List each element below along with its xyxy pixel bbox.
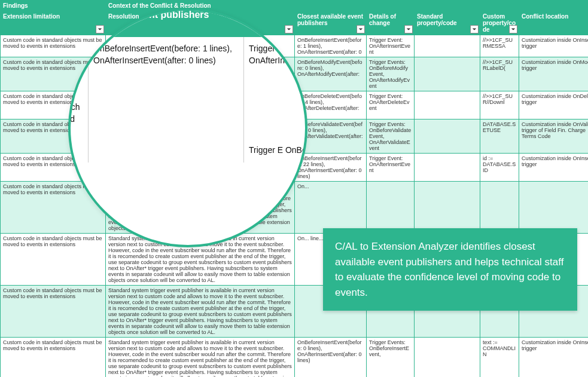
cell-cust: text := COMMANDLIN [480, 338, 519, 378]
header-closest[interactable]: Closest available event publishers [295, 11, 367, 35]
cell-std [415, 91, 480, 119]
header-findings[interactable]: Extension limitation [1, 11, 106, 35]
header-std[interactable]: Standard property/code [415, 11, 480, 35]
header-cust[interactable]: Custom property/code [480, 11, 519, 35]
cell-closest: OnBeforeInsertEvent(before: 0 lines), On… [295, 338, 367, 378]
cell-cust: //>>1CF_SURLabelD( [480, 57, 519, 91]
cell-cust: id := DATABASE.SID [480, 154, 519, 182]
cell-resolution: Standard system trigger event publisher … [106, 338, 295, 378]
magnifier-lens: Closest available event publishers Detai… [68, 8, 307, 247]
filter-icon[interactable] [509, 25, 517, 33]
cell-loc: Customization inside OnInsert trigger [519, 35, 589, 57]
cell-std [415, 57, 480, 91]
cell-findings: Custom code in standard objects must be … [1, 338, 106, 378]
cell-cust: DATABASE.SETUSE [480, 119, 519, 154]
lens-mid-text: OnBeforeInsertEvent(before: 1 lines), On… [89, 37, 244, 163]
cell-details: Trigger Events: OnBeforeInsertEvent, [367, 338, 415, 378]
header-loc[interactable]: Conflict location [519, 11, 589, 35]
cell-closest: OnBeforeInsertEvent(before: 22 lines), O… [295, 154, 367, 182]
cell-closest: OnBeforeModifyEvent(before: 0 lines), On… [295, 57, 367, 91]
cell-details: Trigger Event: OnAfterDeleteEvent [367, 91, 415, 119]
cell-std [415, 119, 480, 154]
cell-closest: OnBeforeInsertEvent(before: 1 lines), On… [295, 35, 367, 57]
cell-loc: Customization inside OnModify trigger [519, 57, 589, 91]
cell-cust: //>>1CF_SURMESSA [480, 35, 519, 57]
filter-icon[interactable] [285, 25, 293, 33]
table-row[interactable]: Custom code in standard objects must be … [1, 338, 589, 378]
filter-icon[interactable] [96, 25, 104, 33]
header-details[interactable]: Details of change [367, 11, 415, 35]
cell-loc: Customization inside OnInsert trigger [519, 338, 589, 378]
cell-details: Trigger Event: OnAfterInsertEvent [367, 35, 415, 57]
cell-std [415, 182, 480, 234]
cell-findings: Custom code in standard objects must be … [1, 234, 106, 286]
cell-closest: On... [295, 182, 367, 234]
cell-details: Trigger Events: OnBeforeValidateEvent, O… [367, 119, 415, 154]
header-group-findings: Findings [1, 1, 106, 11]
cell-findings: Custom code in standard objects must be … [1, 286, 106, 338]
cell-std [415, 35, 480, 57]
cell-std [415, 338, 480, 378]
cell-loc: Customization inside OnDelete trigger [519, 91, 589, 119]
cell-loc [519, 182, 589, 234]
cell-cust [480, 182, 519, 234]
cell-cust: //>>1CF_SUR//Downl [480, 91, 519, 119]
cell-details [367, 182, 415, 234]
cell-loc: Customization inside OnInsert trigger [519, 154, 589, 182]
cell-loc: Customization inside OnValidate trigger … [519, 119, 589, 154]
cell-resolution: Standard system trigger event publisher … [106, 286, 295, 338]
table-row[interactable]: Custom code in standard objects must be … [1, 35, 589, 57]
filter-icon[interactable] [404, 25, 413, 33]
explanation-callout: C/AL to Extension Analyzer identifies cl… [323, 228, 577, 311]
filter-icon[interactable] [470, 25, 479, 33]
filter-icon[interactable] [357, 25, 365, 33]
cell-std [415, 154, 480, 182]
cell-details: Trigger Event: OnAfterInsertEvent [367, 154, 415, 182]
cell-details: Trigger Events: OnBeforeModifyEvent, OnA… [367, 57, 415, 91]
cell-findings: Custom code in standard objects must be … [1, 35, 106, 57]
